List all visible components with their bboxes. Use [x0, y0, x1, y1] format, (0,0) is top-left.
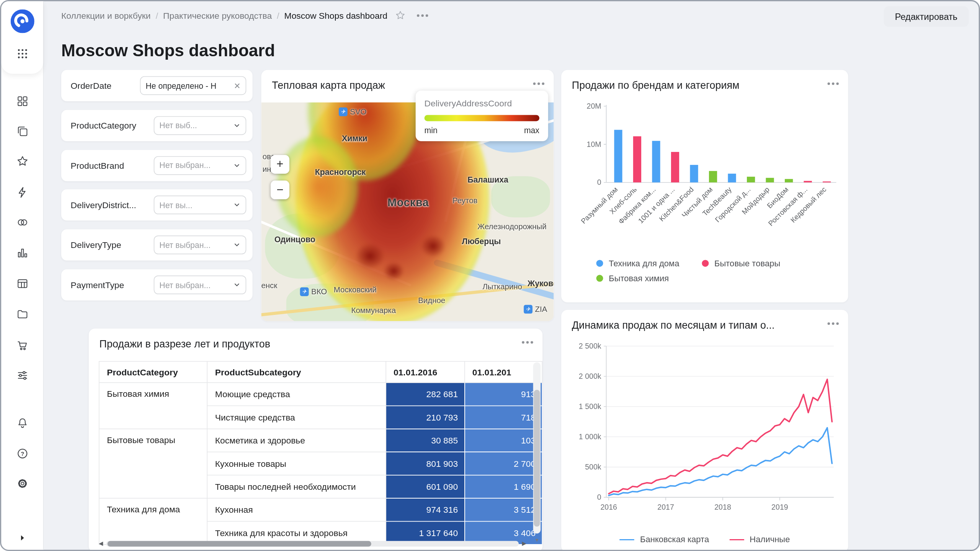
- chevron-down-icon: [233, 122, 241, 129]
- marketplace-cart-icon[interactable]: [10, 333, 34, 358]
- series-line-blue[interactable]: [609, 428, 832, 496]
- heatmap-menu-icon[interactable]: [533, 83, 544, 85]
- legend-item[interactable]: Бытовая химия: [596, 274, 669, 283]
- table-vertical-scroll-thumb[interactable]: [534, 390, 540, 527]
- bar-5[interactable]: [690, 165, 698, 183]
- value-2017-cell[interactable]: 3 512: [464, 498, 542, 521]
- favorite-star-icon[interactable]: [395, 10, 406, 21]
- editor-lightning-icon[interactable]: [10, 180, 34, 205]
- filter-label: ProductCategory: [70, 121, 149, 130]
- table-row: Бытовая химияМоющие средства282 681913: [99, 383, 542, 406]
- table-header-cell[interactable]: 01.01.201: [464, 361, 542, 383]
- legend-dot: [596, 260, 603, 267]
- bar-1[interactable]: [614, 130, 622, 182]
- table-horizontal-scrollbar[interactable]: ◀ ▶: [99, 540, 526, 548]
- value-2016-cell[interactable]: 801 903: [385, 452, 464, 475]
- bar-2[interactable]: [633, 136, 641, 183]
- line-y-tick: 2 000k: [579, 372, 601, 380]
- breadcrumb-collections[interactable]: Коллекции и воркбуки: [61, 10, 151, 20]
- bar-chart[interactable]: 20M10M0Разумный домХлеб-сольФабрика ком.…: [571, 101, 838, 251]
- value-2016-cell[interactable]: 30 885: [385, 429, 464, 452]
- workbooks-icon[interactable]: [10, 119, 34, 143]
- map-zoom-controls: + −: [271, 155, 289, 199]
- filter-control[interactable]: Нет выб...: [154, 116, 247, 135]
- favorites-star-icon[interactable]: [10, 149, 34, 174]
- filter-value: Нет выбран...: [159, 240, 230, 249]
- breadcrumb-more-icon[interactable]: [417, 14, 428, 17]
- filter-label: ProductBrand: [70, 160, 149, 170]
- line-chart-menu-icon[interactable]: [828, 322, 839, 325]
- table-horizontal-scroll-thumb[interactable]: [108, 541, 372, 547]
- bar-12[interactable]: [823, 181, 831, 182]
- dashboards-table-icon[interactable]: [10, 271, 34, 296]
- filter-control[interactable]: Нет выбран...: [154, 276, 247, 294]
- airport-icon: ✈: [339, 108, 348, 116]
- legend-item[interactable]: Наличные: [729, 535, 790, 544]
- line-y-tick: 1 500k: [579, 402, 601, 411]
- sales-table-menu-icon[interactable]: [522, 341, 533, 344]
- bar-3[interactable]: [652, 141, 660, 183]
- bar-chart-title: Продажи по брендам и категориям: [572, 79, 740, 91]
- map-label-химки: Химки: [342, 134, 368, 143]
- help-icon[interactable]: ?: [10, 441, 34, 466]
- bar-7[interactable]: [728, 174, 736, 183]
- value-2016-cell[interactable]: 282 681: [385, 383, 464, 406]
- zoom-in-button[interactable]: +: [271, 155, 289, 174]
- settings-gear-icon[interactable]: [10, 471, 34, 496]
- storage-folder-icon[interactable]: [10, 302, 34, 327]
- legend-item[interactable]: Бытовые товары: [702, 259, 780, 268]
- value-2017-cell[interactable]: 913: [464, 383, 542, 406]
- line-y-tick: 500k: [585, 463, 601, 471]
- value-2017-cell[interactable]: 2 700: [464, 452, 542, 475]
- value-2016-cell[interactable]: 210 793: [385, 406, 464, 429]
- datalens-logo-icon[interactable]: [10, 9, 34, 34]
- edit-button[interactable]: Редактировать: [884, 6, 969, 27]
- filter-control[interactable]: Не определено - Н✕: [140, 76, 247, 95]
- heatmap-title: Тепловая карта продаж: [272, 79, 385, 91]
- value-2017-cell[interactable]: 1 690: [464, 475, 542, 498]
- services-sliders-icon[interactable]: [10, 363, 34, 388]
- collections-icon[interactable]: [10, 89, 34, 114]
- line-y-tick: 0: [597, 493, 601, 501]
- line-chart[interactable]: 2 500k2 000k1 500k1 000k500k020162017201…: [571, 337, 838, 515]
- bar-9[interactable]: [766, 178, 774, 183]
- map-label-люберцы: Люберцы: [462, 237, 501, 246]
- map-label-балашиха: Балашиха: [467, 175, 508, 184]
- value-2017-cell[interactable]: 718: [464, 406, 542, 429]
- value-2016-cell[interactable]: 601 090: [385, 475, 464, 498]
- value-2017-cell[interactable]: 103: [464, 429, 542, 452]
- map-label-енск: енск: [261, 281, 277, 290]
- bar-8[interactable]: [747, 177, 755, 183]
- expand-panel-icon[interactable]: [13, 528, 31, 547]
- bar-10[interactable]: [785, 179, 793, 183]
- zoom-out-button[interactable]: −: [271, 181, 289, 199]
- line-x-tick: 2017: [657, 503, 674, 511]
- filter-control[interactable]: Нет выбран...: [154, 156, 247, 174]
- table-header-cell[interactable]: ProductCategory: [99, 361, 207, 383]
- table-header-cell[interactable]: ProductSubcategory: [207, 361, 385, 383]
- bar-4[interactable]: [671, 152, 679, 183]
- charts-bars-icon[interactable]: [10, 241, 34, 266]
- notifications-bell-icon[interactable]: [10, 411, 34, 435]
- map-label-коммунарка: Коммунарка: [351, 306, 396, 315]
- table-header-cell[interactable]: 01.01.2016: [385, 361, 464, 383]
- filter-control[interactable]: Нет вы...: [154, 196, 247, 215]
- table-vertical-scrollbar[interactable]: [533, 362, 541, 533]
- table-scroll-right-icon[interactable]: ▶: [522, 541, 526, 547]
- bar-y-tick: 20M: [587, 102, 601, 110]
- connections-circles-icon[interactable]: [10, 210, 34, 235]
- value-2016-cell[interactable]: 974 316: [385, 498, 464, 521]
- bar-6[interactable]: [709, 171, 717, 183]
- bar-chart-card: Продажи по брендам и категориям 20M10M0Р…: [561, 70, 848, 302]
- breadcrumb-guides[interactable]: Практические руководства: [163, 10, 272, 20]
- table-scroll-down-icon[interactable]: ▼: [533, 535, 541, 544]
- bar-11[interactable]: [804, 181, 812, 183]
- table-scroll-left-icon[interactable]: ◀: [99, 541, 103, 547]
- legend-item[interactable]: Банковская карта: [619, 535, 709, 544]
- clear-filter-icon[interactable]: ✕: [234, 82, 241, 90]
- bar-chart-menu-icon[interactable]: [828, 83, 839, 85]
- heatmap-legend-min: min: [425, 126, 438, 135]
- legend-item[interactable]: Техника для дома: [596, 259, 679, 268]
- apps-grid-icon[interactable]: [10, 41, 34, 66]
- filter-control[interactable]: Нет выбран...: [154, 236, 247, 254]
